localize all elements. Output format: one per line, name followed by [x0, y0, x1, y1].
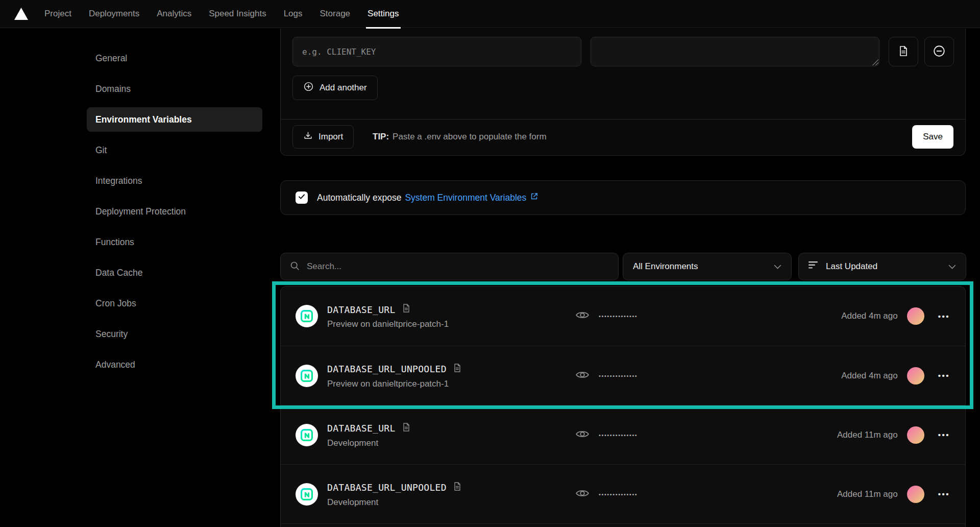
sidebar-item-domains[interactable]: Domains [87, 77, 262, 101]
row-menu-button[interactable]: ••• [938, 431, 950, 439]
sidebar-item-data-cache[interactable]: Data Cache [87, 260, 262, 285]
user-avatar [907, 486, 924, 503]
sidebar-item-advanced[interactable]: Advanced [87, 352, 262, 377]
env-var-row[interactable]: DATABASE_URL Development •••••••••••••• … [281, 405, 965, 464]
eye-icon[interactable] [575, 426, 590, 444]
import-button[interactable]: Import [292, 125, 354, 149]
chevron-down-icon [948, 265, 956, 269]
note-icon [401, 303, 411, 316]
add-another-label: Add another [320, 83, 367, 93]
row-menu-button[interactable]: ••• [938, 490, 950, 498]
add-another-button[interactable]: Add another [292, 76, 378, 100]
sort-value: Last Updated [826, 261, 877, 272]
system-env-vars-link[interactable]: System Environment Variables [405, 192, 538, 203]
nav-item-analytics[interactable]: Analytics [157, 0, 191, 28]
sidebar-item-integrations[interactable]: Integrations [87, 169, 262, 193]
plus-circle-icon [303, 81, 314, 94]
sidebar-item-functions[interactable]: Functions [87, 230, 262, 254]
nav-item-storage[interactable]: Storage [320, 0, 351, 28]
env-var-name: DATABASE_URL [327, 304, 396, 315]
search-box[interactable] [280, 253, 619, 280]
sidebar-item-general[interactable]: General [87, 46, 262, 70]
card-divider [281, 119, 965, 119]
env-var-target: Development [327, 438, 411, 448]
env-var-row[interactable]: DATABASE_URL_UNPOOLED Preview on danielt… [281, 346, 965, 405]
env-var-name: DATABASE_URL_UNPOOLED [327, 364, 447, 374]
row-menu-button[interactable]: ••• [938, 372, 950, 379]
environment-variables-panel: Add another Import TIP: Paste a .env abo… [280, 0, 967, 527]
user-avatar [907, 426, 924, 444]
sidebar-item-git[interactable]: Git [87, 138, 262, 162]
neon-integration-icon [296, 424, 318, 446]
sidebar-item-cron-jobs[interactable]: Cron Jobs [87, 291, 262, 316]
tip-text: Paste a .env above to populate the form [393, 132, 546, 142]
eye-icon[interactable] [575, 486, 590, 503]
nav-item-speed-insights[interactable]: Speed Insights [209, 0, 266, 28]
masked-value: •••••••••••••• [599, 373, 638, 379]
nav-item-settings[interactable]: Settings [368, 0, 399, 28]
download-icon [303, 131, 313, 143]
search-icon [289, 260, 300, 273]
chevron-down-icon [774, 265, 781, 269]
row-menu-button[interactable]: ••• [938, 313, 950, 320]
masked-value: •••••••••••••• [599, 432, 638, 438]
top-navigation: Project Deployments Analytics Speed Insi… [0, 0, 980, 28]
settings-sidebar: General Domains Environment Variables Gi… [87, 46, 262, 383]
masked-value: •••••••••••••• [599, 313, 638, 319]
nav-item-project[interactable]: Project [44, 0, 71, 28]
eye-icon[interactable] [575, 307, 590, 325]
note-icon [401, 422, 411, 434]
sidebar-item-environment-variables[interactable]: Environment Variables [87, 107, 262, 132]
note-icon [452, 481, 462, 493]
env-var-name: DATABASE_URL_UNPOOLED [327, 482, 447, 493]
sidebar-item-security[interactable]: Security [87, 322, 262, 346]
remove-row-button[interactable] [924, 37, 954, 66]
document-icon [897, 45, 910, 59]
sort-dropdown[interactable]: Last Updated [798, 253, 966, 280]
eye-icon[interactable] [575, 367, 590, 385]
nav-item-deployments[interactable]: Deployments [89, 0, 139, 28]
expose-label: Automatically expose [317, 193, 401, 203]
save-button[interactable]: Save [912, 125, 953, 149]
paste-file-button[interactable] [889, 37, 918, 66]
external-link-icon [530, 192, 538, 203]
vercel-logo-icon[interactable] [14, 8, 28, 20]
masked-value: •••••••••••••• [599, 491, 638, 497]
env-var-info: DATABASE_URL Development [327, 422, 411, 448]
nav-item-logs[interactable]: Logs [284, 0, 303, 28]
added-timestamp: Added 11m ago [837, 489, 898, 499]
expose-checkbox[interactable] [296, 191, 308, 204]
create-env-var-card: Add another Import TIP: Paste a .env abo… [280, 29, 966, 156]
neon-integration-icon [296, 305, 318, 327]
env-var-row-partial [281, 523, 965, 527]
env-var-target: Preview on danieltprice-patch-1 [327, 319, 449, 329]
added-timestamp: Added 4m ago [841, 311, 898, 321]
import-label: Import [318, 132, 343, 142]
environment-filter-dropdown[interactable]: All Environments [623, 253, 792, 280]
env-var-table: DATABASE_URL Preview on danieltprice-pat… [280, 286, 966, 527]
env-var-info: DATABASE_URL_UNPOOLED Development [327, 481, 462, 507]
user-avatar [907, 307, 924, 325]
minus-circle-icon [933, 44, 946, 59]
env-var-row[interactable]: DATABASE_URL_UNPOOLED Development ••••••… [281, 464, 965, 523]
system-env-vars-link-label: System Environment Variables [405, 193, 526, 203]
note-icon [452, 363, 462, 375]
env-var-info: DATABASE_URL Preview on danieltprice-pat… [327, 303, 449, 329]
expose-system-env-card: Automatically expose System Environment … [280, 180, 966, 215]
checkmark-icon [298, 193, 306, 203]
search-input[interactable] [307, 261, 609, 272]
env-value-input[interactable] [591, 37, 879, 66]
env-var-target: Preview on danieltprice-patch-1 [327, 378, 462, 389]
user-avatar [907, 367, 924, 385]
sort-lines-icon [808, 261, 819, 272]
neon-integration-icon [296, 365, 318, 387]
env-var-row[interactable]: DATABASE_URL Preview on danieltprice-pat… [281, 286, 965, 346]
env-key-input[interactable] [292, 37, 581, 66]
environment-filter-value: All Environments [633, 261, 698, 272]
added-timestamp: Added 11m ago [837, 430, 898, 440]
tip-label: TIP: [373, 132, 389, 142]
env-var-name: DATABASE_URL [327, 423, 396, 434]
neon-integration-icon [296, 483, 318, 506]
import-tip: TIP: Paste a .env above to populate the … [373, 125, 547, 149]
sidebar-item-deployment-protection[interactable]: Deployment Protection [87, 199, 262, 224]
